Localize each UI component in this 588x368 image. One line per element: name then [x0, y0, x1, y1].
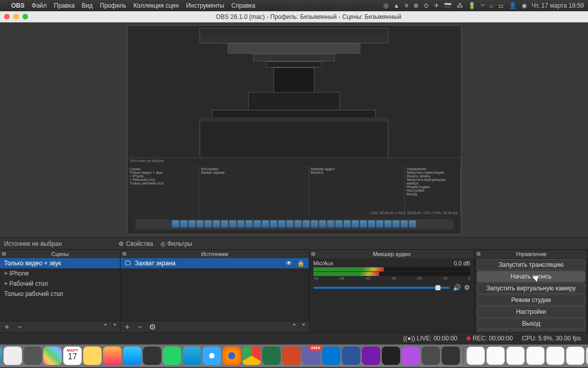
preview-canvas[interactable]: Источник не выбран СценыТолько видео + з… [127, 25, 461, 235]
popout-icon[interactable]: ⧉ [477, 251, 480, 257]
dock-notes[interactable] [83, 347, 102, 365]
dock-firefox[interactable] [223, 347, 241, 365]
tray-icon[interactable]: ✈ [434, 2, 439, 9]
dock-safari[interactable] [203, 347, 221, 365]
wifi-icon[interactable]: ⌔ [481, 2, 484, 9]
dock-file[interactable] [566, 347, 584, 365]
dock-file[interactable] [526, 347, 545, 365]
dock-podcasts[interactable] [402, 347, 420, 365]
scene-item[interactable]: Только рабочий стол [0, 289, 120, 299]
tray-icon[interactable]: ⊕ [413, 2, 419, 9]
dock-excel[interactable] [262, 347, 281, 365]
move-down-button[interactable]: ˅ [113, 323, 117, 332]
settings-button[interactable]: Настройки [477, 306, 585, 317]
dock-whatsapp[interactable] [163, 347, 181, 365]
preview-area[interactable]: Источник не выбран СценыТолько видео + з… [0, 22, 588, 237]
battery-icon[interactable]: 🔋 [468, 2, 476, 9]
scene-item[interactable]: + IPhone [0, 268, 120, 279]
dock-chrome[interactable] [242, 347, 261, 365]
siri-icon[interactable]: ◉ [522, 2, 527, 9]
gear-icon: ⚙ [118, 240, 124, 247]
visibility-icon[interactable]: 👁 [286, 260, 292, 267]
dock-word[interactable] [342, 347, 360, 365]
mixer-title: Микшер аудио [373, 251, 410, 257]
source-toolbar: Источник не выбран ⚙Свойства ◎Фильтры [0, 237, 588, 249]
remove-source-button[interactable]: － [136, 322, 144, 332]
tray-icon[interactable]: ▲ [394, 2, 400, 9]
search-icon[interactable]: ⌕ [489, 2, 493, 9]
popout-icon[interactable]: ⧉ [122, 251, 126, 257]
dock-file[interactable] [467, 347, 485, 365]
app-name[interactable]: OBS [11, 2, 24, 9]
dock-settings[interactable] [23, 347, 42, 365]
gear-icon[interactable]: ⚙ [464, 284, 470, 291]
popout-icon[interactable]: ⧉ [311, 251, 315, 257]
dock-launchpad[interactable] [4, 347, 22, 365]
user-icon[interactable]: 👤 [509, 2, 517, 9]
dock-sublime[interactable] [422, 347, 440, 365]
filters-button[interactable]: ◎Фильтры [160, 240, 192, 247]
controls-title: Управление [516, 251, 547, 257]
studio-mode-button[interactable]: Режим студии [477, 294, 585, 306]
dock-calculator[interactable] [143, 347, 161, 365]
add-source-button[interactable]: ＋ [124, 322, 131, 332]
menu-file[interactable]: Файл [32, 2, 47, 9]
clock[interactable]: Чт, 17 марта 18:59 [532, 2, 584, 9]
audio-mixer-panel: ⧉Микшер аудио Mic/Aux 0.0 dB -60-50-40-3… [309, 250, 475, 332]
dock-photos[interactable] [43, 347, 62, 365]
source-properties-button[interactable]: ⚙ [149, 323, 156, 332]
scene-item[interactable]: Только видео + звук [0, 258, 120, 268]
dock-calendar[interactable]: МАРТ [63, 347, 82, 365]
scene-item[interactable]: + Рабочий стол [0, 279, 120, 289]
dock-file[interactable] [546, 347, 565, 365]
menu-scene-collection[interactable]: Коллекция сцен [134, 2, 179, 9]
dock-music[interactable] [103, 347, 121, 365]
menu-help[interactable]: Справка [231, 2, 255, 9]
move-up-button[interactable]: ˄ [292, 323, 297, 332]
dock-teams[interactable]: 2419 [302, 347, 321, 365]
fullscreen-button[interactable] [22, 14, 28, 19]
source-name: Захват экрана [135, 260, 175, 267]
menu-view[interactable]: Вид [82, 2, 93, 9]
start-stream-button[interactable]: Запустить трансляцию [477, 259, 585, 270]
source-item[interactable]: 🖵 Захват экрана 👁 🔒 [120, 258, 308, 268]
flag-icon[interactable]: 🇷🇺 [444, 2, 452, 9]
lock-icon[interactable]: 🔒 [297, 260, 305, 267]
popout-icon[interactable]: ⧉ [2, 251, 6, 257]
move-down-button[interactable]: ˅ [302, 323, 306, 332]
dock-telegram[interactable] [183, 347, 201, 365]
menu-tools[interactable]: Инструменты [186, 2, 224, 9]
dock-finder[interactable] [0, 347, 2, 365]
minimize-button[interactable] [13, 14, 19, 19]
exit-button[interactable]: Выход [477, 318, 585, 329]
start-vcam-button[interactable]: Запустить виртуальную камеру [477, 283, 585, 294]
menu-edit[interactable]: Правка [54, 2, 75, 9]
volume-slider[interactable] [313, 287, 450, 289]
remove-scene-button[interactable]: － [16, 322, 23, 332]
scenes-panel: ⧉Сцены Только видео + звук + IPhone + Ра… [0, 250, 120, 332]
bluetooth-icon[interactable]: ⁂ [457, 2, 463, 9]
properties-button[interactable]: ⚙Свойства [118, 240, 153, 247]
dock-appstore[interactable] [123, 347, 141, 365]
track-db: 0.0 dB [454, 260, 470, 266]
control-center-icon[interactable]: ⚏ [498, 2, 504, 9]
status-bar: ((●)) LIVE: 00:00:00 REC: 00:00:00 CPU: … [0, 332, 588, 343]
tray-icon[interactable]: ≡ [405, 2, 408, 9]
add-scene-button[interactable]: ＋ [3, 322, 11, 332]
speaker-icon[interactable]: 🔊 [453, 284, 461, 291]
dock-outlook[interactable] [322, 347, 340, 365]
menu-profile[interactable]: Профиль [100, 2, 127, 9]
move-up-button[interactable]: ˄ [104, 323, 108, 332]
dock-terminal[interactable] [382, 347, 400, 365]
dock-obs[interactable] [442, 347, 460, 365]
start-record-button[interactable]: Начать запись [477, 271, 585, 282]
dock-onenote[interactable] [362, 347, 380, 365]
dock-file[interactable] [486, 347, 505, 365]
close-button[interactable] [4, 14, 10, 19]
dock-trash[interactable] [586, 347, 588, 365]
bottom-panels: ⧉Сцены Только видео + звук + IPhone + Ра… [0, 249, 588, 332]
tray-icon[interactable]: ◎ [383, 2, 388, 9]
dock-file[interactable] [506, 347, 525, 365]
tray-icon[interactable]: ⊙ [424, 2, 429, 9]
dock-powerpoint[interactable] [282, 347, 301, 365]
